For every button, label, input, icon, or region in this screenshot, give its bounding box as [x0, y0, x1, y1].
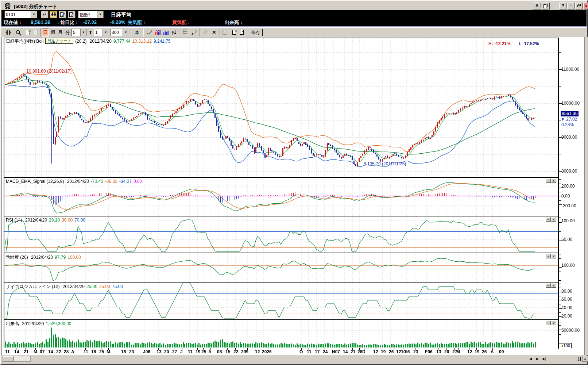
x-axis-label: 2026: [262, 349, 272, 354]
macd-date: 2012/04/20: [67, 179, 89, 184]
indicator-value: 1,529,300.00: [46, 321, 71, 326]
x-axis-label: 11: [5, 349, 10, 354]
x-axis-label: 15: [225, 349, 230, 354]
x-axis-label: 1210: [396, 349, 406, 354]
indicator-value: 9,241.75: [154, 39, 171, 44]
indicator-value: -70.40: [91, 179, 103, 184]
x-axis-label: 09: [499, 349, 504, 354]
x-axis-label: 25: [201, 349, 206, 354]
x-axis-label: 22: [233, 349, 238, 354]
psych-title: サイコロジカルライン (12): [6, 284, 60, 289]
indicator-value: 30.00: [62, 218, 73, 223]
x-axis-label: F06: [425, 349, 433, 354]
bottom-bar: ◀ ▶ ▶| x: [1, 355, 587, 362]
x-axis-label: 11: [84, 349, 88, 354]
y-axis-label: 50.00: [561, 237, 572, 242]
x-axis-label: A: [491, 349, 494, 354]
horizontal-scrollbar[interactable]: [2, 356, 31, 362]
indicator-value: 75.00: [112, 284, 123, 289]
y-axis-label: 100.00: [561, 218, 575, 223]
kairi-panel-header: 乖離度 (20) 2012/04/2097.79100.00: [6, 254, 85, 261]
x-axis-label: 23: [413, 349, 418, 354]
panel-minimize-button[interactable]: −: [546, 217, 551, 222]
x-axis-label: 18: [91, 349, 96, 354]
x-axis-label: O: [299, 349, 303, 354]
x-axis-label: 19: [381, 349, 386, 354]
indicator-value: 29.10: [49, 218, 60, 223]
main-panel-header: 日経平均(指数) Boll日足チャート(20,2) 2012/04/209,77…: [6, 38, 174, 45]
y-axis-label: 60.00: [561, 297, 572, 302]
x-axis-label: 08: [217, 349, 222, 354]
x-axis-label: 26: [389, 349, 394, 354]
y-axis-label: 20.00: [561, 314, 572, 319]
right-scroll-strip[interactable]: [584, 37, 588, 355]
x-axis-label: D: [362, 349, 365, 354]
x-axis-label: S: [245, 349, 248, 354]
panel-close-button[interactable]: x: [551, 283, 556, 288]
y-axis-label: 8000.00: [561, 169, 577, 174]
x-axis-label: 14: [14, 349, 19, 354]
rsi-date: 2012/04/20: [25, 218, 47, 223]
x-axis-label: 13: [156, 349, 161, 354]
y-axis-label: 10000.00: [561, 101, 580, 106]
main-date: 2012/04/20: [90, 39, 112, 44]
volume-date: 2012/04/20: [22, 321, 44, 326]
indicator-value: 25.00: [99, 284, 110, 289]
x-axis-label: 19: [196, 349, 200, 354]
kairi-title: 乖離度 (20): [6, 255, 28, 260]
x-axis-label: A: [71, 349, 74, 354]
x-axis-label: 20: [444, 349, 449, 354]
scroll-end-button[interactable]: ▶|: [541, 356, 548, 362]
panel-minimize-button[interactable]: −: [546, 321, 551, 325]
x-axis-label: 12: [373, 349, 378, 354]
scroll-right-button[interactable]: ▶: [534, 356, 541, 362]
panel-grid-button[interactable]: [576, 356, 582, 362]
volume-unit-box: x100: [560, 343, 572, 348]
panel-minimize-button[interactable]: −: [546, 283, 551, 288]
y-axis-label: 100.00: [561, 263, 575, 268]
indicator-value: 0.00: [134, 179, 142, 184]
panel-minimize-button[interactable]: −: [546, 178, 551, 183]
period-low-pct: L: 17.52%: [519, 41, 539, 46]
scrollbar-thumb[interactable]: [3, 356, 13, 361]
y-axis-label: 9000.00: [561, 135, 577, 140]
x-axis-label: 16: [405, 349, 410, 354]
x-axis-label: 11: [307, 349, 312, 354]
price-pct-tag: 0.28%: [561, 122, 574, 127]
current-price-tag: 9561.36: [561, 111, 579, 116]
panel-close-button[interactable]: x: [551, 321, 556, 325]
x-axis-label: 25: [99, 349, 104, 354]
indicator-value: -34.07: [119, 179, 132, 184]
scroll-left-button[interactable]: ◀: [527, 356, 534, 362]
panel-close-button[interactable]: x: [582, 356, 588, 362]
x-axis-label: 14: [343, 349, 348, 354]
x-axis-label: 19: [475, 349, 479, 354]
panel-close-button[interactable]: x: [551, 217, 556, 222]
x-axis-label: N07: [332, 349, 340, 354]
grid-icon: [577, 357, 581, 361]
x-axis-label: J: [180, 349, 183, 354]
x-axis-label: 13: [436, 349, 441, 354]
x-axis-label: 20: [164, 349, 169, 354]
x-axis-label: 24: [323, 349, 328, 354]
y-axis-label: 80.00: [561, 289, 572, 294]
y-axis-label: 200.00: [561, 184, 575, 189]
psych-panel-header: サイコロジカルライン (12) 2012/04/2025.0025.0075.0…: [6, 284, 127, 290]
psych-date: 2012/04/20: [63, 284, 85, 289]
x-axis-label: 27: [172, 349, 177, 354]
x-axis-label: 17: [315, 349, 320, 354]
x-axis-label: 14: [48, 349, 53, 354]
x-axis-label: J06: [143, 349, 150, 354]
kairi-date: 2012/04/20: [31, 255, 53, 260]
x-axis-label: 16: [121, 349, 126, 354]
panel-minimize-button[interactable]: −: [546, 254, 551, 258]
price-change-tag: ▼ 27.02: [561, 117, 577, 122]
panel-close-button[interactable]: x: [551, 178, 556, 183]
main-params: (20,2): [75, 39, 86, 44]
x-axis-label: M: [456, 349, 460, 354]
y-axis-label: 50000.00: [561, 328, 580, 333]
panel-close-button[interactable]: x: [551, 254, 556, 258]
indicator-value: 10,313.12: [132, 39, 152, 44]
indicator-value: -36.33: [105, 179, 117, 184]
x-axis-label: 21: [351, 349, 355, 354]
